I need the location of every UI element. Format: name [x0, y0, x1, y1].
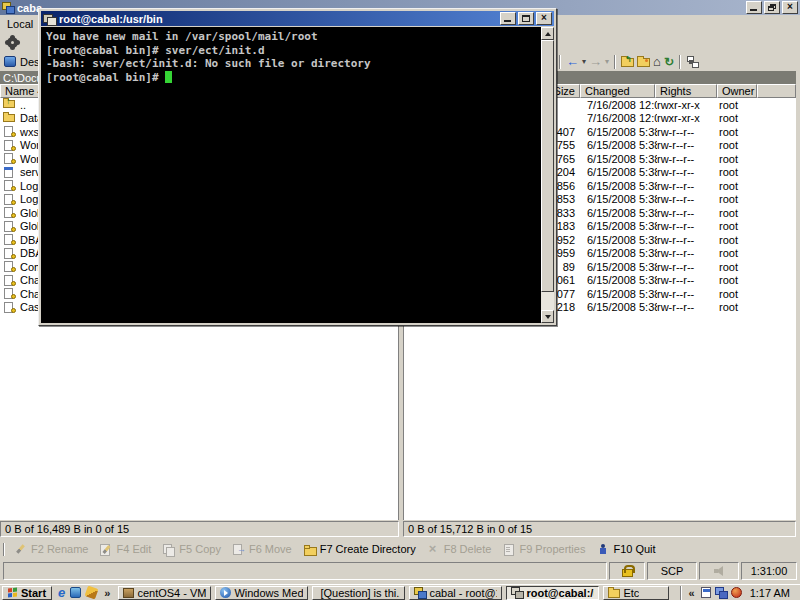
menu-local[interactable]: Local	[0, 17, 40, 31]
winscp-app-icon	[2, 2, 14, 13]
task-button-label: Windows Media ...	[234, 587, 303, 599]
directory-tree-icon[interactable]	[686, 55, 699, 68]
cell-changed: 6/15/2008 5:38...	[587, 274, 657, 286]
taskbar-task-button[interactable]: cabal - root@19...	[409, 586, 502, 600]
toolbar-separator	[559, 55, 561, 69]
config-file-icon	[3, 126, 16, 137]
tray-chevron-icon[interactable]: «	[687, 587, 697, 599]
config-file-icon	[3, 302, 16, 313]
cell-rights: rw-r--r--	[657, 220, 719, 232]
gear-icon[interactable]	[7, 37, 18, 48]
wmp-icon	[220, 587, 231, 598]
cell-changed: 6/15/2008 5:38...	[587, 234, 657, 246]
cell-owner: root	[719, 261, 779, 273]
system-tray: « 1:17 AM	[680, 586, 798, 600]
toolbar-separator	[614, 55, 616, 69]
tray-document-icon[interactable]	[701, 587, 711, 598]
putty-close-button[interactable]: ×	[536, 12, 552, 25]
cell-changed: 6/15/2008 5:38...	[587, 153, 657, 165]
task-buttons: centOS4 - VMwa...Windows Media ...[Quest…	[118, 586, 669, 600]
forward-icon[interactable]: →	[589, 55, 602, 68]
quit-icon	[597, 544, 609, 555]
cell-owner: root	[719, 180, 779, 192]
terminal-scrollbar[interactable]	[541, 27, 554, 323]
toolbar-separator	[3, 543, 5, 556]
column-header-filler	[757, 84, 796, 98]
cell-owner: root	[719, 207, 779, 219]
putty-title: root@cabal:/usr/bin	[59, 13, 163, 25]
quick-launch-ie-icon[interactable]: e	[58, 586, 65, 599]
goto-directory-icon[interactable]	[637, 58, 650, 67]
scroll-up-icon[interactable]	[541, 27, 554, 40]
putty-titlebar[interactable]: root@cabal:/usr/bin ×	[41, 11, 554, 26]
back-dropdown-icon[interactable]: ▾	[582, 57, 586, 66]
terminal-screen[interactable]: You have new mail in /var/spool/mail/roo…	[41, 27, 554, 323]
cell-rights: rw-r--r--	[657, 274, 719, 286]
putty-app-icon	[43, 13, 56, 25]
config-file-icon	[3, 153, 16, 164]
config-file-icon	[3, 180, 16, 191]
task-button-label: Etc	[623, 587, 639, 599]
props-icon	[503, 544, 515, 555]
vmware-icon	[123, 588, 134, 598]
config-file-icon	[3, 194, 16, 205]
function-button-f9-properties: F9 Properties	[497, 542, 591, 556]
taskbar-task-button[interactable]: [Question] is thi...	[312, 586, 405, 600]
pencil-icon	[15, 544, 27, 555]
cell-changed: 6/15/2008 5:38...	[587, 166, 657, 178]
task-button-label: [Question] is thi...	[320, 587, 400, 599]
desktop-drive-icon	[4, 56, 16, 67]
cell-changed: 6/15/2008 5:38...	[587, 288, 657, 300]
cell-owner: root	[719, 288, 779, 300]
forward-dropdown-icon[interactable]: ▾	[605, 57, 609, 66]
config-file-icon	[3, 288, 16, 299]
parent-directory-icon[interactable]: ↰	[621, 58, 634, 67]
winscp-restore-button[interactable]	[764, 1, 780, 14]
function-button-label: F4 Edit	[116, 543, 151, 555]
terminal-line: [root@cabal bin]#	[46, 71, 538, 85]
file-name: ..	[20, 99, 26, 111]
scrollbar-thumb[interactable]	[541, 40, 554, 292]
config-file-icon	[3, 248, 16, 259]
remote-panel-status: 0 B of 15,712 B in 0 of 15	[403, 521, 796, 537]
cell-owner: root	[719, 126, 779, 138]
quick-launch-app-icon[interactable]	[70, 587, 81, 598]
statusbar-protocol-pane: SCP	[647, 562, 697, 580]
winscp-minimize-button[interactable]	[746, 1, 762, 14]
quick-launch: e »	[55, 586, 115, 599]
winscp-close-button[interactable]: ×	[782, 1, 798, 14]
function-button-f10-quit[interactable]: F10 Quit	[591, 542, 661, 556]
quick-launch-brush-icon[interactable]	[85, 585, 99, 599]
putty-window: root@cabal:/usr/bin × You have new mail …	[38, 8, 557, 326]
taskbar-task-button[interactable]: Etc	[603, 586, 669, 600]
refresh-icon[interactable]: ↻	[664, 56, 674, 68]
column-header-changed[interactable]: Changed	[580, 84, 655, 98]
home-directory-icon[interactable]: ⌂	[653, 55, 661, 68]
cell-rights: rwxr-xr-x	[657, 112, 719, 124]
tray-antivirus-icon[interactable]	[731, 587, 742, 598]
putty-minimize-button[interactable]	[500, 12, 516, 25]
start-button[interactable]: Start	[2, 586, 52, 600]
task-button-label: cabal - root@19...	[429, 587, 497, 599]
statusbar-main-pane	[3, 562, 607, 580]
tray-network-icon[interactable]	[715, 587, 727, 598]
desktop: caba × Local Desk ← ▾ → ▾ ↰ ⌂	[0, 0, 800, 600]
config-file-icon	[3, 234, 16, 245]
cell-changed: 6/15/2008 5:38...	[587, 301, 657, 313]
quick-launch-overflow-icon[interactable]: »	[102, 587, 112, 599]
column-header-rights[interactable]: Rights	[655, 84, 717, 98]
back-icon[interactable]: ←	[566, 55, 579, 68]
taskbar-task-button[interactable]: root@cabal:/u...	[506, 586, 599, 600]
edit-icon	[100, 544, 112, 555]
column-header-owner[interactable]: Owner	[717, 84, 757, 98]
taskbar-task-button[interactable]: centOS4 - VMwa...	[118, 586, 211, 600]
putty-maximize-button[interactable]	[518, 12, 534, 25]
taskbar-task-button[interactable]: Windows Media ...	[215, 586, 308, 600]
toolbar-separator	[679, 55, 681, 69]
function-button-label: F7 Create Directory	[320, 543, 416, 555]
function-button-label: F6 Move	[249, 543, 292, 555]
scroll-down-icon[interactable]	[541, 310, 554, 323]
cell-rights: rw-r--r--	[657, 166, 719, 178]
function-button-f7-create-directory[interactable]: F7 Create Directory	[298, 542, 422, 556]
copy-icon	[163, 544, 175, 555]
